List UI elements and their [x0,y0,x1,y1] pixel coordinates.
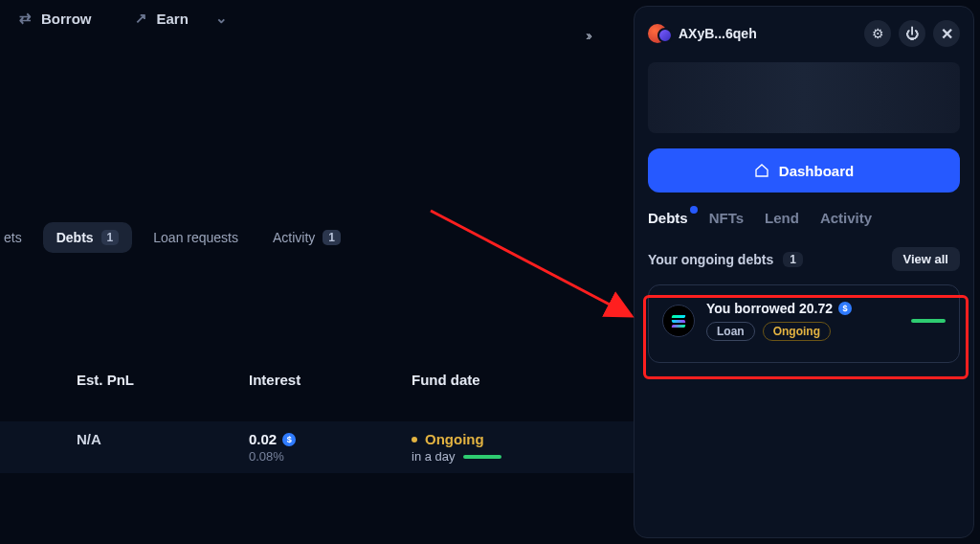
gear-icon: ⚙ [872,26,884,41]
debt-progress-bar [911,319,946,323]
tab-debts[interactable]: Debts 1 [43,222,133,253]
trend-up-icon: ↗ [135,10,147,27]
chevron-down-icon: ⌄ [215,10,228,27]
col-pnl: Est. PnL [77,372,249,388]
table-headers: Est. PnL Interest Fund date [0,372,635,388]
power-icon: ⏻ [905,26,919,41]
power-button[interactable]: ⏻ [899,20,925,47]
avatar [648,22,671,45]
tab-activity[interactable]: Activity 1 [259,222,354,253]
main-tabs: ets Debts 1 Loan requests Activity 1 [0,222,354,253]
progress-bar [463,455,501,459]
panel-tab-lend[interactable]: Lend [765,210,799,226]
status-text: Ongoing [425,431,484,447]
dashboard-label: Dashboard [779,163,854,179]
close-button[interactable]: ✕ [933,20,960,47]
debt-body: You borrowed 20.72 $ Loan Ongoing [706,301,900,341]
interest-pct: 0.08% [249,449,412,464]
balance-skeleton [648,62,960,133]
panel-header-actions: ⚙ ⏻ ✕ [864,20,960,47]
col-fund-date: Fund date [412,372,603,388]
section-header: Your ongoing debts 1 View all [648,247,960,271]
panel-tab-debts[interactable]: Debts [648,210,688,226]
cell-fund-date: Ongoing in a day [412,431,603,464]
cell-pnl: N/A [77,431,249,464]
panel-tab-nfts[interactable]: NFTs [709,210,744,226]
chip-loan: Loan [706,322,755,341]
nav-earn[interactable]: ↗ Earn ⌄ [135,10,228,27]
status-dot-icon [412,437,417,442]
debts-count-badge: 1 [101,230,120,245]
table-row[interactable]: N/A 0.02 $ 0.08% Ongoing in a day [0,421,635,473]
close-icon: ✕ [941,25,953,43]
tab-assets-partial[interactable]: ets [0,222,35,253]
home-icon [754,163,769,178]
cell-interest: 0.02 $ 0.08% [249,431,412,464]
debt-card[interactable]: You borrowed 20.72 $ Loan Ongoing [648,284,960,363]
notification-dot-icon [690,206,698,214]
nav-borrow-label: Borrow [41,11,92,27]
settings-button[interactable]: ⚙ [864,20,891,47]
chip-ongoing: Ongoing [763,322,831,341]
collapse-icon[interactable]: ›› [586,27,590,43]
usd-coin-icon: $ [838,302,852,315]
panel-header: AXyB...6qeh ⚙ ⏻ ✕ [648,20,960,47]
wallet-id[interactable]: AXyB...6qeh [648,22,757,45]
interest-value: 0.02 [249,431,277,447]
nav-earn-label: Earn [157,11,189,27]
usd-coin-icon: $ [282,433,296,446]
activity-count-badge: 1 [323,230,341,245]
view-all-button[interactable]: View all [892,247,960,271]
debt-title: You borrowed 20.72 [706,301,833,316]
section-title: Your ongoing debts [648,252,773,267]
panel-tabs: Debts NFTs Lend Activity [648,210,960,226]
tab-loan-requests[interactable]: Loan requests [140,222,252,253]
due-text: in a day [412,449,456,464]
col-interest: Interest [249,372,412,388]
nav-borrow[interactable]: ⇄ Borrow [19,10,92,27]
solana-icon [662,305,695,337]
wallet-address: AXyB...6qeh [679,26,757,41]
top-nav: ⇄ Borrow ↗ Earn ⌄ [19,10,228,27]
annotation-arrow-icon [421,192,651,345]
wallet-panel: AXyB...6qeh ⚙ ⏻ ✕ Dashboard Debts NFTs L… [634,6,974,538]
section-count-badge: 1 [783,252,803,267]
swap-icon: ⇄ [19,10,32,27]
dashboard-button[interactable]: Dashboard [648,148,960,193]
svg-line-0 [431,211,632,316]
panel-tab-activity[interactable]: Activity [820,210,872,226]
